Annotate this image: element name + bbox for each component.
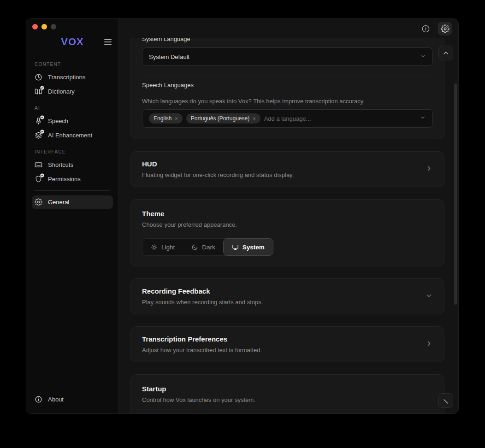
layers-icon: [35, 131, 42, 139]
language-chip: English ×: [149, 113, 183, 124]
moon-icon: [191, 244, 198, 251]
book-icon: [35, 88, 42, 95]
language-chip: Português (Portuguese) ×: [186, 113, 260, 124]
theme-segmented-control: Light Dark System: [142, 238, 273, 256]
check-badge-icon: [40, 173, 44, 177]
startup-title: Startup: [142, 385, 433, 393]
theme-description: Choose your preferred appearance.: [142, 221, 433, 228]
add-language-placeholder: Add a language...: [264, 115, 311, 122]
scroll-down-button[interactable]: [438, 393, 453, 408]
hud-card[interactable]: HUD Floating widget for one-click record…: [130, 151, 444, 187]
sidebar-item-label: Permissions: [48, 176, 81, 183]
remove-chip-icon[interactable]: ×: [253, 116, 255, 121]
scroll-up-button[interactable]: [438, 46, 453, 60]
speech-languages-input[interactable]: English × Português (Portuguese) × Add a…: [142, 109, 433, 128]
chevron-down-icon: [420, 114, 426, 123]
chevron-right-icon: [425, 340, 433, 349]
theme-option-system[interactable]: System: [223, 238, 273, 256]
startup-card: Startup Control how Vox launches on your…: [130, 374, 444, 413]
sidebar-item-label: Dictionary: [48, 88, 75, 95]
system-language-label: System Language: [142, 38, 433, 42]
sidebar-divider: [35, 190, 110, 191]
chevron-down-icon: [425, 292, 433, 301]
gear-icon: [35, 198, 42, 206]
hud-title: HUD: [142, 160, 425, 168]
transcription-preferences-card[interactable]: Transcription Preferences Adjust how you…: [130, 326, 444, 362]
sidebar-item-shortcuts[interactable]: Shortcuts: [32, 158, 113, 171]
theme-title: Theme: [142, 210, 433, 218]
theme-option-light[interactable]: Light: [142, 239, 183, 255]
language-settings-card: System Language System Default Speech La…: [130, 38, 444, 139]
sidebar-item-dictionary[interactable]: Dictionary: [32, 85, 113, 98]
system-language-select[interactable]: System Default: [142, 47, 433, 66]
check-badge-icon: [40, 86, 44, 90]
section-label-ai: AI: [32, 106, 113, 111]
zoom-window-button-disabled: [51, 24, 56, 29]
sidebar-item-label: AI Enhancement: [48, 132, 92, 139]
info-icon: [35, 395, 42, 403]
settings-main-panel: System Language System Default Speech La…: [118, 19, 458, 413]
sidebar-item-label: General: [48, 199, 69, 206]
chevron-down-icon: [442, 397, 450, 404]
check-badge-icon: [40, 130, 44, 134]
startup-description: Control how Vox launches on your system.: [142, 396, 433, 403]
keyboard-icon: [35, 161, 42, 169]
vox-settings-window: VOX CONTENT Transcriptions Dictionary AI: [26, 18, 459, 414]
gear-icon: [441, 24, 450, 33]
info-button[interactable]: [419, 22, 432, 35]
info-icon: [421, 24, 430, 33]
shield-icon: [35, 175, 42, 183]
sidebar-item-speech[interactable]: Speech: [32, 114, 113, 128]
close-window-button[interactable]: [32, 24, 38, 29]
speech-languages-description: Which languages do you speak into Vox? T…: [142, 98, 433, 105]
remove-chip-icon[interactable]: ×: [175, 116, 177, 121]
settings-scroll-area: System Language System Default Speech La…: [119, 38, 458, 413]
settings-button[interactable]: [438, 22, 452, 35]
sidebar-nav: CONTENT Transcriptions Dictionary AI: [26, 54, 118, 210]
sidebar-item-label: Transcriptions: [48, 74, 85, 81]
microphone-icon: [35, 117, 42, 125]
theme-option-label: Dark: [202, 244, 215, 251]
recording-feedback-title: Recording Feedback: [142, 287, 425, 295]
scrollbar-thumb[interactable]: [454, 83, 457, 305]
transcription-preferences-title: Transcription Preferences: [142, 335, 425, 343]
main-header: [119, 19, 458, 38]
sidebar-item-general[interactable]: General: [32, 195, 113, 209]
theme-card: Theme Choose your preferred appearance. …: [130, 199, 444, 266]
sidebar-item-transcriptions[interactable]: Transcriptions: [32, 71, 113, 84]
chevron-up-icon: [442, 49, 450, 57]
sidebar-item-label: Speech: [48, 118, 68, 124]
transcription-preferences-description: Adjust how your transcribed text is form…: [142, 347, 425, 354]
hud-description: Floating widget for one-click recording …: [142, 171, 425, 178]
system-language-value: System Default: [149, 53, 189, 60]
sidebar-item-about[interactable]: About: [32, 393, 113, 406]
sidebar-item-label: Shortcuts: [48, 161, 73, 168]
clock-icon: [35, 73, 42, 81]
sidebar-item-permissions[interactable]: Permissions: [32, 172, 113, 186]
speech-languages-label: Speech Languages: [142, 82, 433, 88]
theme-option-label: System: [243, 244, 265, 251]
window-controls: [26, 19, 118, 29]
section-label-content: CONTENT: [32, 62, 113, 67]
monitor-icon: [232, 244, 239, 251]
recording-feedback-card[interactable]: Recording Feedback Play sounds when reco…: [130, 278, 444, 314]
collapse-sidebar-icon[interactable]: [104, 39, 112, 45]
chevron-down-icon: [420, 53, 426, 61]
chevron-right-icon: [425, 165, 433, 174]
sun-icon: [151, 244, 158, 251]
section-label-interface: INTERFACE: [32, 149, 113, 154]
chip-label: English: [154, 115, 172, 122]
sidebar-item-ai-enhancement[interactable]: AI Enhancement: [32, 129, 113, 142]
theme-option-label: Light: [161, 244, 175, 251]
recording-feedback-description: Play sounds when recording starts and st…: [142, 299, 425, 306]
chip-label: Português (Portuguese): [191, 115, 249, 122]
minimize-window-button[interactable]: [41, 24, 47, 29]
theme-option-dark[interactable]: Dark: [183, 239, 224, 255]
check-badge-icon: [40, 115, 44, 119]
sidebar-item-label: About: [48, 396, 64, 403]
sidebar: VOX CONTENT Transcriptions Dictionary AI: [26, 19, 118, 413]
card-divider: [142, 76, 433, 76]
